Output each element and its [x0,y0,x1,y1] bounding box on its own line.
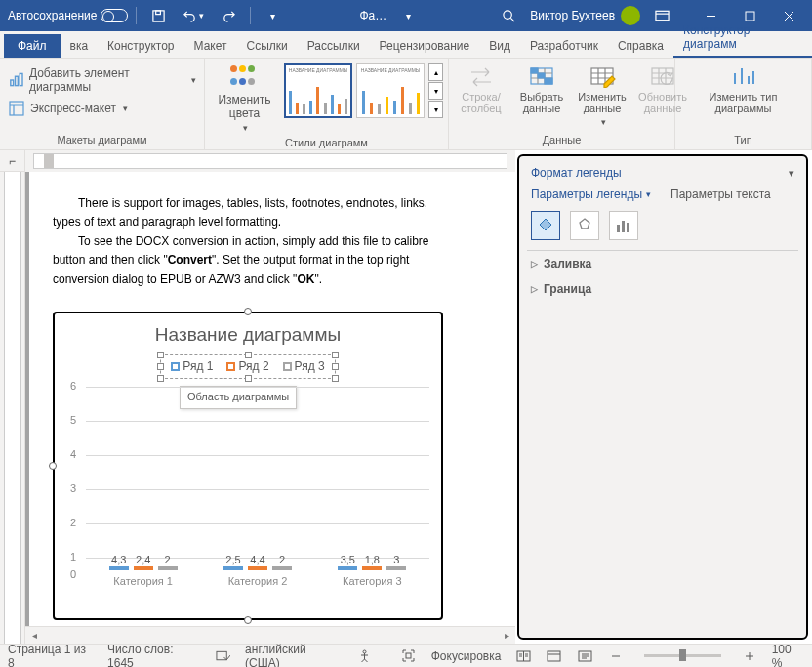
svg-rect-1 [156,10,161,14]
zoom-level[interactable]: 100 % [772,643,804,668]
tab-review[interactable]: Рецензирование [370,34,480,58]
spellcheck-icon[interactable] [214,647,231,665]
ribbon: Добавить элемент диаграммы▾ Экспресс-мак… [0,59,812,150]
document-page: There is support for images, tables, lis… [29,172,515,626]
svg-point-19 [363,650,366,653]
zoom-in-button[interactable] [741,647,758,665]
word-count[interactable]: Число слов: 1645 [107,643,200,668]
ruler-vertical: ⌐ [0,150,25,644]
change-chart-type-button[interactable]: Изменить тип диаграммы [679,61,807,118]
pane-title: Формат легенды [531,166,622,180]
svg-rect-11 [538,73,545,78]
pane-tab-legend-options[interactable]: Параметры легенды▾ [531,188,651,201]
select-data-button[interactable]: Выбрать данные [513,61,570,118]
avatar [621,6,640,25]
tab-developer[interactable]: Разработчик [520,34,608,58]
tab-home[interactable]: вка [61,34,99,58]
plot-area[interactable]: 6 5 4 3 2 1 0 4,3 2,4 2 Категория 1 [86,387,429,592]
svg-rect-5 [11,80,14,86]
horizontal-scrollbar[interactable]: ◂▸ [25,626,515,644]
palette-icon [229,64,261,90]
add-chart-element-button[interactable]: Добавить элемент диаграммы▾ [4,64,200,96]
pane-menu-icon[interactable]: ▾ [789,167,794,180]
selection-handle[interactable] [244,308,252,315]
effects-icon[interactable] [570,211,599,240]
edit-data-button[interactable]: Изменить данные▾ [574,61,630,131]
ruler-horizontal [25,150,515,172]
account[interactable]: Виктор Бухтеев [530,6,640,25]
style-1[interactable]: НАЗВАНИЕ ДИАГРАММЫ [284,63,352,118]
group-styles: Стили диаграмм [209,137,444,150]
chart-title[interactable]: Название диаграммы [66,321,429,349]
search-icon[interactable] [495,2,522,29]
zoom-out-button[interactable] [607,647,625,665]
change-colors-button[interactable]: Изменить цвета▾ [209,61,280,137]
selection-handle[interactable] [244,616,252,624]
statusbar: Страница 1 из 8 Число слов: 1645 английс… [0,644,812,667]
svg-rect-20 [406,653,411,658]
svg-rect-22 [548,651,560,661]
save-icon[interactable] [144,2,172,29]
format-legend-pane: × Формат легенды ▾ Параметры легенды▾ Па… [517,154,808,640]
quick-layout-button[interactable]: Экспресс-макет▾ [4,98,132,119]
focus-label[interactable]: Фокусировка [431,649,502,663]
chart-styles-gallery[interactable]: НАЗВАНИЕ ДИАГРАММЫ НАЗВАНИЕ ДИАГРАММЫ ▴▾… [284,63,444,118]
tab-layout[interactable]: Макет [184,34,237,58]
read-mode-icon[interactable] [514,647,532,665]
svg-rect-15 [617,225,620,232]
svg-rect-6 [16,76,19,85]
ribbon-tabs: Файл вка Конструктор Макет Ссылки Рассыл… [0,31,812,59]
fill-line-icon[interactable] [531,211,560,240]
document-title: Фа… [360,9,387,22]
svg-rect-8 [10,102,23,115]
legend-options-icon[interactable] [609,211,638,240]
svg-rect-7 [20,73,22,85]
section-fill[interactable]: ▷Заливка [519,251,806,276]
group-layouts: Макеты диаграмм [4,134,200,147]
redo-icon[interactable] [215,2,242,29]
language[interactable]: английский (США) [245,643,342,668]
dd-icon[interactable]: ▾ [394,2,422,29]
tab-mailings[interactable]: Рассылки [298,34,370,58]
svg-rect-17 [627,223,629,232]
svg-rect-3 [655,11,668,20]
switch-rowcol-button: Строка/столбец [453,61,509,118]
web-layout-icon[interactable] [577,647,594,665]
svg-rect-0 [153,10,164,21]
tab-chart-design[interactable]: Конструктор диаграмм [673,19,812,58]
tab-file[interactable]: Файл [4,34,61,58]
tab-view[interactable]: Вид [479,34,520,58]
qat-more-icon[interactable]: ▾ [259,2,286,29]
svg-rect-16 [622,221,625,232]
svg-rect-12 [545,78,552,84]
group-type: Тип [679,134,807,147]
tab-references[interactable]: Ссылки [236,34,297,58]
selection-handle[interactable] [49,462,57,470]
zoom-slider[interactable] [644,654,720,657]
undo-icon[interactable]: ▾ [180,2,207,29]
svg-rect-10 [531,68,538,73]
gallery-scroll[interactable]: ▴▾▾ [428,63,444,118]
autosave-toggle[interactable]: Автосохранение [8,9,128,22]
chart-legend[interactable]: Ряд 1 Ряд 2 Ряд 3 [160,354,335,379]
tab-help[interactable]: Справка [608,34,673,58]
group-data: Данные [453,134,670,147]
page-indicator[interactable]: Страница 1 из 8 [8,643,94,668]
tab-design[interactable]: Конструктор [98,34,183,58]
section-border[interactable]: ▷Граница [519,276,806,302]
accessibility-icon[interactable] [356,647,374,665]
svg-point-2 [504,10,511,18]
chart-object[interactable]: Название диаграммы Ряд 1 Ряд 2 Ряд 3 Обл… [53,312,443,620]
pane-tab-text-options[interactable]: Параметры текста [670,188,771,201]
refresh-data-button: Обновить данные [634,61,691,118]
ribbon-display-icon[interactable] [648,2,675,29]
focus-mode-icon[interactable] [400,647,418,665]
style-2[interactable]: НАЗВАНИЕ ДИАГРАММЫ [356,63,425,118]
print-layout-icon[interactable] [546,647,563,665]
